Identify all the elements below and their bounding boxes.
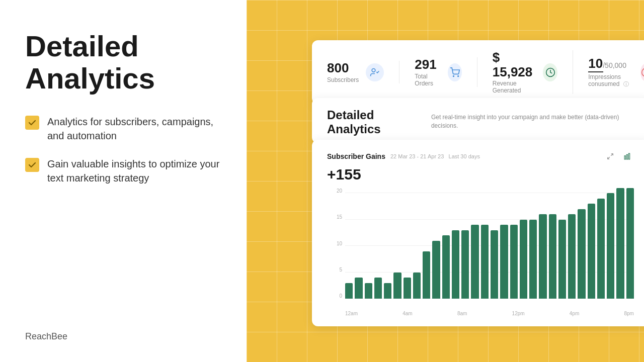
bar	[345, 283, 353, 299]
bar-chart-icon[interactable]	[621, 150, 634, 163]
bar	[461, 230, 469, 299]
right-panel: 800 Subscribers 291 Total Orders	[247, 0, 644, 362]
y-label: 10	[327, 241, 342, 246]
orders-number: 291	[415, 57, 440, 72]
bar	[616, 188, 624, 299]
chart-header: Subscriber Gains 22 Mar 23 - 21 Apr 23 L…	[327, 150, 634, 163]
analytics-subtitle: Get real-time insight into your campaign…	[431, 113, 634, 130]
bar	[597, 199, 605, 299]
svg-rect-9	[624, 156, 625, 159]
y-label: 5	[327, 267, 342, 273]
stat-item-orders: 291 Total Orders	[415, 57, 477, 87]
bar	[578, 209, 585, 299]
bar	[510, 225, 518, 299]
bar	[413, 273, 421, 299]
bar	[626, 188, 634, 299]
bar	[539, 214, 546, 299]
bar-chart-container: 20 15 10 5 0 12am	[327, 188, 634, 316]
impressions-underline	[588, 71, 603, 72]
revenue-label: Revenue Generated	[493, 80, 536, 94]
bar	[529, 220, 537, 299]
main-content: Detailed Analytics Analytics for subscri…	[25, 30, 221, 185]
svg-rect-11	[628, 153, 629, 159]
svg-point-4	[642, 68, 644, 76]
bar	[432, 241, 440, 299]
orders-icon	[448, 63, 462, 81]
bar	[607, 193, 614, 299]
x-axis-labels: 12am 4am 8am 12pm 4pm 8pm	[345, 311, 634, 316]
chart-date-range: 22 Mar 23 - 21 Apr 23 Last 30 days	[390, 153, 480, 159]
analytics-card: Detailed Analytics Get real-time insight…	[312, 98, 644, 143]
check-icon	[25, 158, 39, 172]
svg-rect-10	[626, 155, 627, 159]
analytics-header: Detailed Analytics Get real-time insight…	[327, 108, 634, 136]
svg-point-1	[453, 75, 454, 76]
bar	[384, 283, 391, 299]
chart-icons	[604, 150, 634, 163]
bar	[365, 283, 372, 299]
y-label: 0	[327, 293, 342, 299]
impressions-label: Impressions conusumed ⓘ	[588, 73, 633, 88]
chart-value: +155	[327, 166, 634, 183]
bar	[471, 225, 478, 299]
revenue-icon	[543, 63, 557, 81]
bar	[491, 230, 498, 299]
svg-point-2	[457, 75, 458, 76]
stat-item-impressions: 10/50,000 Impressions conusumed ⓘ	[588, 56, 644, 88]
bar	[549, 214, 556, 299]
x-label: 4pm	[570, 311, 579, 316]
list-item: Gain valuable insights to optimize your …	[25, 157, 221, 185]
y-label: 20	[327, 188, 342, 194]
impressions-icon	[640, 63, 644, 81]
subscribers-label: Subscribers	[327, 76, 359, 83]
orders-label: Total Orders	[415, 73, 440, 87]
bar	[500, 225, 508, 299]
x-label: 4am	[403, 311, 412, 316]
bar	[374, 278, 382, 299]
x-label: 12pm	[512, 311, 525, 316]
left-panel: Detailed Analytics Analytics for subscri…	[0, 0, 247, 362]
y-axis-labels: 20 15 10 5 0	[327, 188, 342, 299]
feature-text: Gain valuable insights to optimize your …	[47, 157, 221, 185]
feature-list: Analytics for subscribers, campaigns, an…	[25, 115, 221, 185]
bar	[442, 235, 450, 299]
check-icon	[25, 116, 39, 130]
bar	[423, 251, 430, 299]
stat-item-subscribers: 800 Subscribers	[327, 61, 399, 83]
analytics-title: Detailed Analytics	[327, 108, 424, 136]
stat-item-revenue: $ 15,928 Revenue Generated	[493, 50, 574, 94]
list-item: Analytics for subscribers, campaigns, an…	[25, 115, 221, 143]
subscribers-number: 800	[327, 61, 359, 75]
x-label: 8am	[457, 311, 467, 316]
chart-area: 20 15 10 5 0	[327, 188, 634, 309]
revenue-number: $ 15,928	[493, 50, 536, 79]
bars-area	[345, 188, 634, 299]
subscribers-icon	[366, 63, 384, 81]
bar	[481, 225, 489, 299]
expand-icon[interactable]	[604, 150, 617, 163]
x-label: 8pm	[624, 311, 633, 316]
chart-card: Subscriber Gains 22 Mar 23 - 21 Apr 23 L…	[312, 140, 644, 326]
chart-title: Subscriber Gains	[327, 152, 385, 160]
bar	[558, 220, 566, 299]
svg-line-8	[608, 157, 610, 159]
page-title: Detailed Analytics	[25, 30, 221, 95]
bar	[393, 273, 401, 299]
y-label: 15	[327, 214, 342, 220]
bar	[355, 278, 362, 299]
stats-card: 800 Subscribers 291 Total Orders	[312, 40, 644, 104]
svg-line-7	[611, 154, 613, 156]
bar	[520, 220, 527, 299]
svg-point-0	[372, 68, 376, 72]
impressions-number: 10/50,000	[588, 56, 633, 71]
feature-text: Analytics for subscribers, campaigns, an…	[47, 115, 221, 143]
bar	[404, 278, 411, 299]
bar	[588, 204, 595, 299]
info-icon: ⓘ	[623, 81, 629, 87]
brand-name: ReachBee	[25, 331, 221, 342]
bar	[568, 214, 576, 299]
x-label: 12am	[345, 311, 358, 316]
bar	[452, 230, 459, 299]
chart-title-row: Subscriber Gains 22 Mar 23 - 21 Apr 23 L…	[327, 152, 480, 160]
